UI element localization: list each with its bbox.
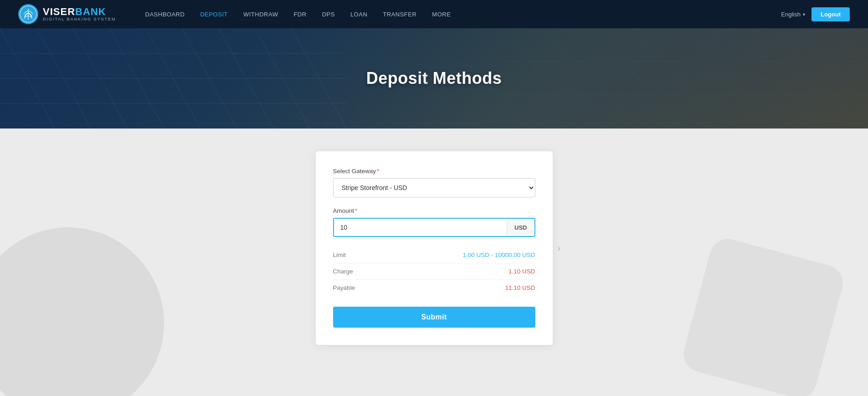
main-content: Select Gateway* Stripe Storefront - USD … bbox=[0, 129, 868, 396]
nav-more[interactable]: MORE bbox=[426, 7, 457, 21]
gateway-field-group: Select Gateway* Stripe Storefront - USD bbox=[333, 168, 535, 197]
deposit-info-table: Limit 1.00 USD - 10000.00 USD Charge 1.1… bbox=[333, 247, 535, 296]
amount-label: Amount* bbox=[333, 207, 535, 214]
language-label: English bbox=[781, 11, 801, 18]
nav-withdraw[interactable]: WITHDRAW bbox=[237, 7, 284, 21]
nav-right: English ▾ Logout bbox=[781, 7, 850, 21]
brand-name: VISERBANK bbox=[43, 6, 116, 17]
payable-label: Payable bbox=[333, 284, 355, 291]
svg-line-18 bbox=[638, 28, 729, 129]
nav-links: DASHBOARD DEPOSIT WITHDRAW FDR DPS LOAN … bbox=[139, 7, 781, 21]
chevron-down-icon: ▾ bbox=[803, 12, 805, 17]
charge-value: 1.10 USD bbox=[508, 268, 535, 275]
nav-transfer[interactable]: TRANSFER bbox=[376, 7, 423, 21]
payable-value: 11.10 USD bbox=[505, 284, 535, 291]
gateway-select[interactable]: Stripe Storefront - USD bbox=[333, 178, 535, 197]
gateway-label: Select Gateway* bbox=[333, 168, 535, 175]
brand-sub: Digital Banking System bbox=[43, 17, 116, 22]
brand-logo-link[interactable]: VISERBANK Digital Banking System bbox=[18, 4, 116, 24]
submit-button[interactable]: Submit bbox=[333, 307, 535, 328]
navbar: VISERBANK Digital Banking System DASHBOA… bbox=[0, 0, 868, 28]
svg-line-21 bbox=[775, 28, 868, 129]
hero-banner: Deposit Methods bbox=[0, 28, 868, 129]
nav-fdr[interactable]: FDR bbox=[287, 7, 313, 21]
gateway-required-star: * bbox=[377, 168, 379, 175]
nav-dps[interactable]: DPS bbox=[316, 7, 341, 21]
brand-logo-icon bbox=[18, 4, 38, 24]
svg-line-20 bbox=[729, 28, 820, 129]
deposit-form-card: Select Gateway* Stripe Storefront - USD … bbox=[316, 151, 553, 345]
svg-line-15 bbox=[501, 28, 592, 129]
amount-input[interactable] bbox=[334, 219, 507, 236]
amount-currency-label: USD bbox=[507, 219, 534, 236]
language-selector[interactable]: English ▾ bbox=[781, 11, 805, 18]
payable-row: Payable 11.10 USD bbox=[333, 280, 535, 296]
right-arrow-icon: › bbox=[553, 237, 565, 260]
amount-required-star: * bbox=[355, 207, 357, 214]
limit-value: 1.00 USD - 10000.00 USD bbox=[462, 252, 535, 258]
svg-line-19 bbox=[683, 28, 775, 129]
nav-deposit[interactable]: DEPOSIT bbox=[194, 7, 234, 21]
svg-line-16 bbox=[547, 28, 638, 129]
nav-dashboard[interactable]: DASHBOARD bbox=[139, 7, 191, 21]
charge-row: Charge 1.10 USD bbox=[333, 263, 535, 280]
page-title: Deposit Methods bbox=[366, 69, 502, 88]
amount-input-wrapper: USD bbox=[333, 218, 535, 237]
svg-line-17 bbox=[592, 28, 683, 129]
charge-label: Charge bbox=[333, 268, 353, 275]
logout-button[interactable]: Logout bbox=[812, 7, 850, 21]
brand-text: VISERBANK Digital Banking System bbox=[43, 6, 116, 22]
amount-field-group: Amount* USD bbox=[333, 207, 535, 237]
limit-row: Limit 1.00 USD - 10000.00 USD bbox=[333, 247, 535, 263]
nav-loan[interactable]: LOAN bbox=[344, 7, 374, 21]
limit-label: Limit bbox=[333, 252, 346, 258]
